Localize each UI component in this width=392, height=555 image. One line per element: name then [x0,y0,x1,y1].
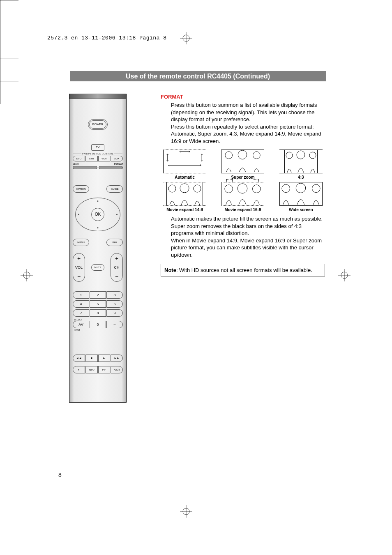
svg-point-27 [253,185,261,193]
record-button: ● [73,366,85,373]
format-heading: FORMAT [161,94,325,100]
body-paragraph: Press this button repeatedly to select a… [171,123,325,145]
crop-mark [0,81,18,81]
format-examples-grid: Automatic Super zoom [161,150,325,212]
note-text: : With HD sources not all screen formats… [176,267,312,273]
format-label: Automatic [161,175,209,180]
svg-point-17 [238,150,247,159]
print-header: 2572.3 en 13-11-2006 13:18 Pagina 8 [47,35,167,41]
crop-mark [0,58,18,58]
body-paragraph: Automatic makes the picture fill the scr… [171,215,325,223]
rewind-button: ◄◄ [73,355,85,362]
format-button [99,166,123,169]
num-0: 0 [90,321,106,328]
super-zoom-format-icon [221,150,264,173]
num-1: 1 [73,291,89,299]
input-label: INPUT [74,329,123,331]
register-mark-icon [21,269,33,281]
format-label: Super zoom [219,175,267,180]
crop-mark [0,23,0,58]
stop-button: ■ [85,355,98,362]
svg-point-30 [312,184,320,193]
body-paragraph: Super zoom removes the black bars on the… [171,223,325,237]
menu-button: MENU [73,239,89,246]
demo-label: DEMO [73,163,79,165]
crop-mark [0,81,0,104]
mute-button: MUTE [91,264,104,271]
volume-rocker: +VOL− [73,253,85,282]
stb-button: STB [85,156,98,161]
play-button: ► [98,355,111,362]
movie-14-9-format-icon [163,182,206,206]
note-box: Note: With HD sources not all screen for… [161,264,325,277]
page-number: 8 [58,472,62,478]
body-paragraph: When in Movie expand 14:9, Movie expand … [171,237,325,259]
num-7: 7 [73,309,89,317]
svg-point-28 [282,184,290,193]
svg-point-26 [238,184,248,193]
vcr-button: VCR [98,156,111,161]
power-button: POWER [89,120,106,129]
info-button: INFO [85,366,98,373]
guide-button: GUIDE [106,185,123,193]
content-body: FORMAT Press this button to summon a lis… [161,94,325,276]
body-paragraph: Press this button to summon a list of av… [171,101,325,123]
option-button: OPTION [73,185,89,193]
remote-control-diagram: POWER TV PHILIPS DEVICE CONTROL DVD STB … [69,94,127,403]
num-5: 5 [90,300,106,308]
ok-button: OK [91,208,104,221]
4-3-format-icon [279,150,323,173]
automatic-format-icon [163,150,206,173]
num-6: 6 [106,300,123,308]
movie-16-9-format-icon [221,182,264,206]
svg-point-25 [225,185,233,193]
number-pad: 1 2 3 4 5 6 7 8 9 SELECT AV 0 – INPUT [73,291,123,331]
pip-button: PIP [98,366,111,373]
format-label: Movie expand 16:9 [219,207,267,212]
num-8: 8 [90,309,106,317]
av-button: AV [73,321,89,328]
ffwd-button: ►► [111,355,123,362]
demo-button [73,166,97,169]
note-label: Note [164,267,176,273]
svg-point-22 [168,185,176,192]
register-mark-icon [338,269,350,281]
wide-screen-format-icon [279,182,323,206]
ach-button: A/CH [111,366,123,373]
svg-point-16 [225,152,233,159]
num-3: 3 [106,291,123,299]
fav-button: FAV [106,239,123,246]
svg-point-24 [194,185,201,192]
channel-rocker: +CH− [111,253,123,282]
format-label: Movie expand 14:9 [161,207,209,212]
format-label: Wide screen [277,207,325,212]
svg-point-23 [180,184,189,193]
format-label: 4:3 [277,175,325,180]
svg-point-29 [296,183,306,193]
device-control-label: PHILIPS DEVICE CONTROL [69,152,126,155]
num-4: 4 [73,300,89,308]
crop-mark [0,58,0,81]
num-2: 2 [90,291,106,299]
format-label: FORMAT [114,163,123,165]
dash-button: – [106,321,123,328]
dpad: OK [75,198,120,231]
svg-point-21 [309,152,316,159]
crop-mark [0,0,18,0]
crop-mark [0,0,0,23]
tv-button: TV [91,144,104,151]
svg-point-20 [297,151,305,159]
svg-point-19 [286,152,293,159]
dvd-button: DVD [73,156,85,161]
svg-point-18 [253,152,261,159]
num-9: 9 [106,309,123,317]
register-mark-icon [180,505,192,518]
page-title: Use of the remote control RC4405 (Contin… [70,71,326,81]
aux-button: AUX [111,156,123,161]
register-mark-icon [180,32,192,44]
